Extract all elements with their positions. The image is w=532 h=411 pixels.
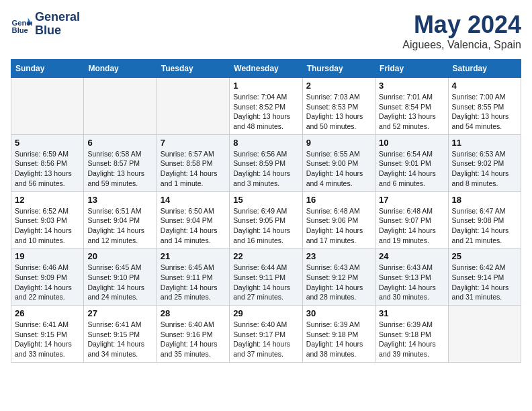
day-number: 29 <box>233 308 298 318</box>
day-info: Sunrise: 7:00 AMSunset: 8:55 PMDaylight:… <box>452 92 517 132</box>
table-row: 10Sunrise: 6:54 AMSunset: 9:01 PMDayligh… <box>375 134 448 191</box>
day-info: Sunrise: 6:54 AMSunset: 9:01 PMDaylight:… <box>379 149 444 189</box>
table-row: 16Sunrise: 6:48 AMSunset: 9:06 PMDayligh… <box>302 191 375 248</box>
table-row: 25Sunrise: 6:42 AMSunset: 9:14 PMDayligh… <box>448 248 521 306</box>
location-title: Aiguees, Valencia, Spain <box>402 39 521 51</box>
day-info: Sunrise: 6:59 AMSunset: 8:56 PMDaylight:… <box>15 149 80 189</box>
table-row: 30Sunrise: 6:39 AMSunset: 9:18 PMDayligh… <box>302 306 375 363</box>
day-info: Sunrise: 7:01 AMSunset: 8:54 PMDaylight:… <box>379 92 444 132</box>
day-info: Sunrise: 6:51 AMSunset: 9:04 PMDaylight:… <box>87 206 152 246</box>
day-number: 13 <box>87 195 152 205</box>
table-row: 4Sunrise: 7:00 AMSunset: 8:55 PMDaylight… <box>448 78 521 135</box>
day-number: 16 <box>306 195 371 205</box>
table-row: 29Sunrise: 6:40 AMSunset: 9:17 PMDayligh… <box>230 306 302 363</box>
day-info: Sunrise: 6:55 AMSunset: 9:00 PMDaylight:… <box>306 149 371 189</box>
table-row: 9Sunrise: 6:55 AMSunset: 9:00 PMDaylight… <box>302 134 375 191</box>
calendar-week-row: 1Sunrise: 7:04 AMSunset: 8:52 PMDaylight… <box>11 78 521 135</box>
table-row <box>448 306 521 363</box>
day-number: 18 <box>452 195 517 205</box>
calendar-week-row: 26Sunrise: 6:41 AMSunset: 9:15 PMDayligh… <box>11 306 521 363</box>
day-info: Sunrise: 6:48 AMSunset: 9:06 PMDaylight:… <box>306 206 371 246</box>
col-thursday: Thursday <box>302 60 375 78</box>
logo: General Blue General Blue <box>11 11 80 38</box>
table-row: 31Sunrise: 6:39 AMSunset: 9:18 PMDayligh… <box>375 306 448 363</box>
day-info: Sunrise: 7:03 AMSunset: 8:53 PMDaylight:… <box>306 92 371 132</box>
day-info: Sunrise: 7:04 AMSunset: 8:52 PMDaylight:… <box>233 92 298 132</box>
day-number: 23 <box>306 251 371 261</box>
table-row: 2Sunrise: 7:03 AMSunset: 8:53 PMDaylight… <box>302 78 375 135</box>
table-row: 17Sunrise: 6:48 AMSunset: 9:07 PMDayligh… <box>375 191 448 248</box>
svg-text:Blue: Blue <box>12 26 28 34</box>
table-row: 11Sunrise: 6:53 AMSunset: 9:02 PMDayligh… <box>448 134 521 191</box>
table-row: 22Sunrise: 6:44 AMSunset: 9:11 PMDayligh… <box>230 248 302 306</box>
calendar-week-row: 12Sunrise: 6:52 AMSunset: 9:03 PMDayligh… <box>11 191 521 248</box>
day-info: Sunrise: 6:57 AMSunset: 8:58 PMDaylight:… <box>161 149 226 189</box>
table-row <box>157 78 229 135</box>
table-row: 3Sunrise: 7:01 AMSunset: 8:54 PMDaylight… <box>375 78 448 135</box>
day-number: 17 <box>379 195 444 205</box>
col-tuesday: Tuesday <box>157 60 229 78</box>
day-info: Sunrise: 6:47 AMSunset: 9:08 PMDaylight:… <box>452 206 517 246</box>
table-row: 27Sunrise: 6:41 AMSunset: 9:15 PMDayligh… <box>84 306 157 363</box>
day-info: Sunrise: 6:52 AMSunset: 9:03 PMDaylight:… <box>15 206 80 246</box>
day-number: 26 <box>15 308 80 318</box>
logo-text: General Blue <box>35 11 80 38</box>
logo-icon: General Blue <box>11 13 32 35</box>
day-number: 19 <box>15 251 80 261</box>
day-info: Sunrise: 6:40 AMSunset: 9:16 PMDaylight:… <box>161 320 226 359</box>
day-number: 15 <box>233 195 298 205</box>
title-block: May 2024 Aiguees, Valencia, Spain <box>402 11 521 51</box>
col-wednesday: Wednesday <box>230 60 302 78</box>
day-info: Sunrise: 6:42 AMSunset: 9:14 PMDaylight:… <box>452 263 517 302</box>
day-number: 7 <box>161 138 226 148</box>
day-info: Sunrise: 6:53 AMSunset: 9:02 PMDaylight:… <box>452 149 517 189</box>
day-info: Sunrise: 6:41 AMSunset: 9:15 PMDaylight:… <box>87 320 152 359</box>
table-row: 24Sunrise: 6:43 AMSunset: 9:13 PMDayligh… <box>375 248 448 306</box>
day-info: Sunrise: 6:40 AMSunset: 9:17 PMDaylight:… <box>233 320 298 359</box>
day-number: 1 <box>233 81 298 91</box>
table-row: 28Sunrise: 6:40 AMSunset: 9:16 PMDayligh… <box>157 306 229 363</box>
day-number: 4 <box>452 81 517 91</box>
day-info: Sunrise: 6:56 AMSunset: 8:59 PMDaylight:… <box>233 149 298 189</box>
day-number: 6 <box>87 138 152 148</box>
col-friday: Friday <box>375 60 448 78</box>
table-row: 7Sunrise: 6:57 AMSunset: 8:58 PMDaylight… <box>157 134 229 191</box>
day-info: Sunrise: 6:39 AMSunset: 9:18 PMDaylight:… <box>306 320 371 359</box>
day-info: Sunrise: 6:45 AMSunset: 9:10 PMDaylight:… <box>87 263 152 302</box>
calendar-week-row: 19Sunrise: 6:46 AMSunset: 9:09 PMDayligh… <box>11 248 521 306</box>
day-number: 28 <box>161 308 226 318</box>
day-info: Sunrise: 6:45 AMSunset: 9:11 PMDaylight:… <box>161 263 226 302</box>
day-number: 3 <box>379 81 444 91</box>
table-row: 19Sunrise: 6:46 AMSunset: 9:09 PMDayligh… <box>11 248 84 306</box>
day-number: 30 <box>306 308 371 318</box>
day-number: 31 <box>379 308 444 318</box>
day-info: Sunrise: 6:39 AMSunset: 9:18 PMDaylight:… <box>379 320 444 359</box>
table-row: 12Sunrise: 6:52 AMSunset: 9:03 PMDayligh… <box>11 191 84 248</box>
col-sunday: Sunday <box>11 60 84 78</box>
table-row: 8Sunrise: 6:56 AMSunset: 8:59 PMDaylight… <box>230 134 302 191</box>
day-number: 12 <box>15 195 80 205</box>
day-number: 8 <box>233 138 298 148</box>
month-title: May 2024 <box>402 11 521 39</box>
day-number: 22 <box>233 251 298 261</box>
day-info: Sunrise: 6:58 AMSunset: 8:57 PMDaylight:… <box>87 149 152 189</box>
col-saturday: Saturday <box>448 60 521 78</box>
day-number: 21 <box>161 251 226 261</box>
day-number: 11 <box>452 138 517 148</box>
day-number: 24 <box>379 251 444 261</box>
day-info: Sunrise: 6:50 AMSunset: 9:04 PMDaylight:… <box>161 206 226 246</box>
table-row: 26Sunrise: 6:41 AMSunset: 9:15 PMDayligh… <box>11 306 84 363</box>
day-info: Sunrise: 6:44 AMSunset: 9:11 PMDaylight:… <box>233 263 298 302</box>
day-number: 14 <box>161 195 226 205</box>
day-info: Sunrise: 6:48 AMSunset: 9:07 PMDaylight:… <box>379 206 444 246</box>
calendar-table: Sunday Monday Tuesday Wednesday Thursday… <box>11 59 521 363</box>
day-number: 20 <box>87 251 152 261</box>
table-row: 20Sunrise: 6:45 AMSunset: 9:10 PMDayligh… <box>84 248 157 306</box>
table-row: 6Sunrise: 6:58 AMSunset: 8:57 PMDaylight… <box>84 134 157 191</box>
calendar-week-row: 5Sunrise: 6:59 AMSunset: 8:56 PMDaylight… <box>11 134 521 191</box>
page-header: General Blue General Blue May 2024 Aigue… <box>11 11 521 51</box>
day-number: 9 <box>306 138 371 148</box>
calendar-header-row: Sunday Monday Tuesday Wednesday Thursday… <box>11 60 521 78</box>
table-row: 18Sunrise: 6:47 AMSunset: 9:08 PMDayligh… <box>448 191 521 248</box>
table-row: 5Sunrise: 6:59 AMSunset: 8:56 PMDaylight… <box>11 134 84 191</box>
